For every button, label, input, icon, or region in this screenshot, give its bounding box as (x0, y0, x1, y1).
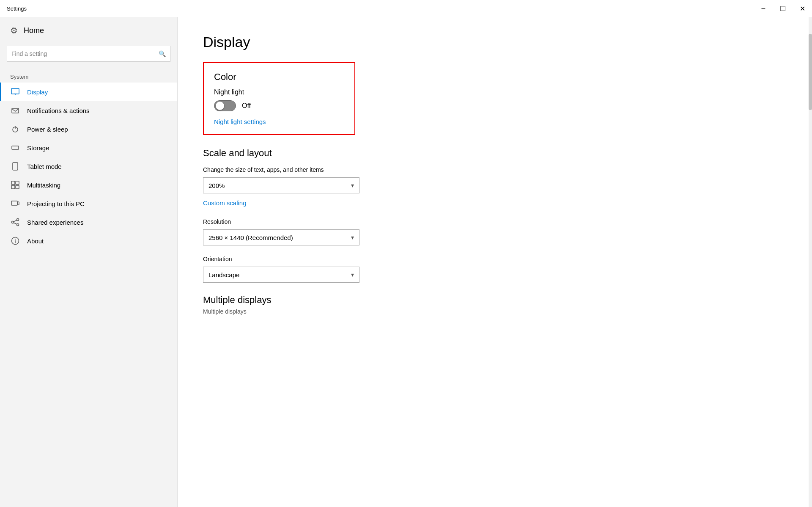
night-light-toggle[interactable] (214, 100, 236, 111)
sidebar-item-label-about: About (27, 237, 44, 245)
main-content: Display Color Night light Off Night ligh… (178, 17, 812, 507)
sidebar-item-label-projecting: Projecting to this PC (27, 200, 85, 207)
orientation-dropdown[interactable]: Landscape ▾ (203, 267, 359, 283)
projecting-icon (10, 199, 20, 208)
sidebar-item-label-multitasking: Multitasking (27, 182, 60, 189)
sidebar-item-power[interactable]: Power & sleep (0, 120, 177, 138)
sidebar-item-label-storage: Storage (27, 144, 49, 152)
sidebar-item-display[interactable]: Display (0, 83, 177, 101)
svg-point-17 (12, 221, 14, 223)
window-title: Settings (7, 6, 27, 12)
svg-rect-12 (11, 185, 15, 189)
sidebar-item-multitasking[interactable]: Multitasking (0, 176, 177, 194)
multitasking-icon (10, 181, 20, 189)
sidebar-item-about[interactable]: About (0, 231, 177, 250)
scale-layout-heading: Scale and layout (203, 148, 787, 159)
shared-icon (10, 218, 20, 226)
color-section: Color Night light Off Night light settin… (203, 62, 355, 135)
search-box: 🔍 (7, 46, 170, 62)
sidebar-section-label: System (0, 70, 177, 83)
scale-layout-section: Change the size of text, apps, and other… (203, 166, 787, 283)
sidebar-item-notifications[interactable]: Notifications & actions (0, 101, 177, 120)
minimize-button[interactable]: – (754, 0, 773, 17)
color-heading: Color (214, 72, 344, 83)
home-icon: ⚙ (10, 25, 18, 36)
sidebar-item-label-power: Power & sleep (27, 126, 68, 133)
maximize-button[interactable]: ☐ (773, 0, 793, 17)
multiple-displays-heading: Multiple displays (203, 295, 787, 306)
page-title: Display (203, 34, 787, 50)
home-nav-item[interactable]: ⚙ Home (0, 17, 177, 44)
power-icon (10, 125, 20, 133)
scrollbar-track[interactable] (809, 17, 812, 507)
svg-line-20 (14, 223, 17, 224)
orientation-dropdown-arrow: ▾ (351, 271, 354, 278)
sidebar-item-storage[interactable]: Storage (0, 138, 177, 157)
sidebar-item-label-shared: Shared experiences (27, 219, 83, 226)
tablet-icon (10, 162, 20, 171)
multiple-displays-sub: Multiple displays (203, 308, 787, 315)
svg-rect-0 (11, 88, 19, 94)
app-container: ⚙ Home 🔍 System Display (0, 17, 812, 507)
sidebar-item-label-tablet: Tablet mode (27, 163, 62, 170)
sidebar: ⚙ Home 🔍 System Display (0, 17, 178, 507)
titlebar: Settings – ☐ ✕ (0, 0, 812, 17)
resolution-dropdown-value: 2560 × 1440 (Recommended) (208, 234, 293, 241)
custom-scaling-link[interactable]: Custom scaling (203, 199, 787, 207)
close-button[interactable]: ✕ (793, 0, 812, 17)
change-size-label: Change the size of text, apps, and other… (203, 166, 787, 173)
sidebar-item-projecting[interactable]: Projecting to this PC (0, 194, 177, 213)
toggle-knob (216, 102, 224, 110)
storage-icon (10, 143, 20, 152)
about-icon (10, 237, 20, 245)
svg-line-19 (14, 220, 17, 222)
svg-rect-8 (13, 163, 18, 170)
orientation-dropdown-value: Landscape (208, 271, 239, 278)
night-light-settings-link[interactable]: Night light settings (214, 118, 266, 125)
scale-dropdown-arrow: ▾ (351, 182, 354, 189)
night-light-label: Night light (214, 88, 344, 96)
svg-rect-11 (16, 181, 19, 185)
scrollbar-thumb[interactable] (809, 34, 812, 110)
svg-point-16 (17, 219, 19, 221)
resolution-label: Resolution (203, 218, 787, 225)
search-icon: 🔍 (159, 50, 166, 57)
notifications-icon (10, 106, 20, 115)
toggle-state-label: Off (242, 102, 251, 110)
svg-rect-10 (11, 181, 15, 185)
window-controls: – ☐ ✕ (754, 0, 812, 17)
sidebar-item-tablet[interactable]: Tablet mode (0, 157, 177, 176)
resolution-dropdown[interactable]: 2560 × 1440 (Recommended) ▾ (203, 229, 359, 245)
sidebar-item-label-notifications: Notifications & actions (27, 107, 90, 114)
svg-rect-3 (12, 108, 19, 113)
orientation-label: Orientation (203, 256, 787, 262)
scale-dropdown[interactable]: 200% ▾ (203, 177, 359, 193)
sidebar-item-label-display: Display (27, 88, 48, 96)
scale-dropdown-value: 200% (208, 182, 225, 189)
svg-point-18 (17, 224, 19, 226)
home-label: Home (24, 26, 44, 35)
svg-rect-13 (16, 185, 19, 189)
sidebar-item-shared[interactable]: Shared experiences (0, 213, 177, 231)
display-icon (10, 88, 20, 96)
night-light-toggle-row: Off (214, 100, 344, 111)
svg-rect-15 (17, 202, 19, 205)
resolution-dropdown-arrow: ▾ (351, 234, 354, 241)
search-input[interactable] (11, 50, 159, 57)
svg-rect-14 (11, 201, 17, 205)
svg-point-23 (15, 239, 16, 240)
sidebar-nav: Display Notifications & actions (0, 83, 177, 250)
